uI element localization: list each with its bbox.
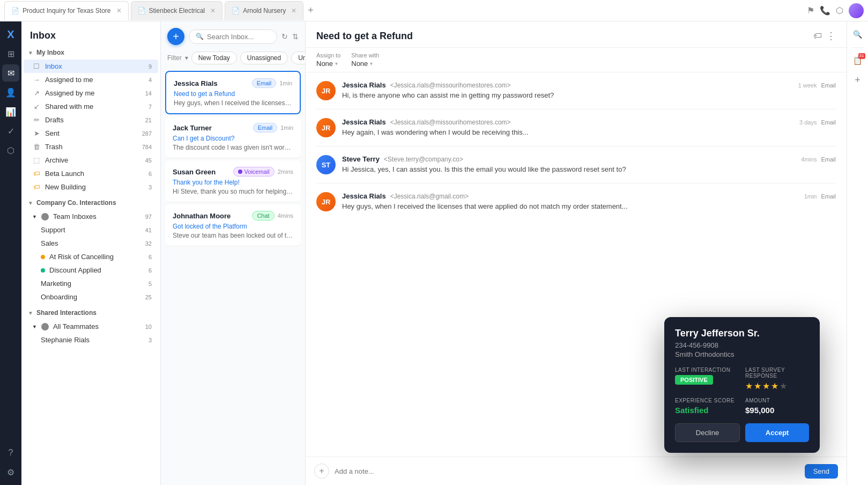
assign-to-group: Assign to None ▾ [316, 52, 340, 68]
message-1-time: 1 week [798, 82, 817, 89]
sidebar-item-beta-launch[interactable]: 🏷 Beta Launch 6 [24, 167, 158, 180]
sidebar-item-sales[interactable]: Sales 32 [24, 237, 158, 250]
sidebar-item-at-risk[interactable]: At Risk of Cancelling 6 [24, 250, 158, 263]
company-interactions-header[interactable]: ▼ Company Co. Interactions [21, 196, 160, 210]
beta-launch-count: 6 [149, 171, 152, 177]
tab-2[interactable]: 📄 Stienbeck Electrical ✕ [131, 1, 223, 20]
stephanie-label: Stephanie Rials [41, 336, 144, 344]
tab-3[interactable]: 📄 Arnold Nursery ✕ [225, 1, 303, 20]
drafts-count: 21 [145, 117, 152, 123]
sent-count: 287 [142, 130, 152, 137]
sidebar-item-discount[interactable]: Discount Applied 6 [24, 263, 158, 277]
nav-contacts[interactable]: 👤 [2, 84, 19, 101]
sidebar-item-onboarding[interactable]: Onboarding 25 [24, 290, 158, 304]
user-avatar[interactable] [849, 3, 864, 18]
inbox-item-4[interactable]: Johnathan Moore Chat 4mins Got locked of… [165, 204, 301, 246]
message-4-time: 1min [804, 193, 817, 200]
topbar-phone-icon[interactable]: 📞 [820, 5, 830, 16]
filter-label[interactable]: Filter [167, 54, 182, 62]
topbar-apps-icon[interactable]: ⬡ [836, 5, 843, 16]
sidebar-item-drafts[interactable]: ✏ Drafts 21 [24, 113, 158, 127]
right-plus-icon[interactable]: + [849, 71, 866, 89]
message-3-text: Hi Jessica, yes, I can assist you. Is th… [342, 165, 836, 173]
right-notifications-icon[interactable]: 📋 31 [849, 52, 866, 69]
popup-stars: ★ ★ ★ ★ ★ [745, 381, 809, 391]
popup-amount-group: AMOUNT $95,000 [745, 398, 809, 415]
inbox-item-3-subject: Thank you for the Help! [173, 179, 293, 186]
tab-1-icon: 📄 [11, 7, 19, 14]
compose-add-button[interactable]: + [314, 464, 329, 479]
tab-2-close[interactable]: ✕ [210, 7, 216, 14]
compose-button[interactable]: + [167, 28, 184, 45]
message-2-body: Jessica Rials <Jessica.rials@missourihom… [342, 118, 836, 136]
sidebar-item-inbox[interactable]: ☐ Inbox 9 [24, 60, 158, 73]
archive-icon: ⬚ [32, 156, 41, 164]
nav-settings[interactable]: ⚙ [2, 464, 19, 481]
shared-label: Shared Interactions [36, 309, 97, 317]
filter-chip-unreplied[interactable]: Unreplied [291, 52, 305, 64]
assign-to-dropdown[interactable]: None ▾ [316, 60, 340, 68]
tab-3-close[interactable]: ✕ [291, 7, 296, 14]
my-inbox-chevron: ▼ [28, 50, 33, 56]
inbox-item-2-time: 1min [280, 124, 293, 131]
trash-label: Trash [45, 143, 138, 151]
sidebar-item-all-teammates[interactable]: ▼ All Teammates 10 [24, 320, 158, 333]
sidebar-item-stephanie[interactable]: Stephanie Rials 3 [24, 333, 158, 347]
sidebar-item-sent[interactable]: ➤ Sent 287 [24, 127, 158, 140]
nav-home[interactable]: ⊞ [2, 45, 19, 62]
sidebar-item-marketing[interactable]: Marketing 5 [24, 277, 158, 290]
tab-1-close[interactable]: ✕ [116, 7, 122, 14]
popup-last-interaction: LAST INTERACTION POSITIVE [675, 367, 739, 391]
filter-chip-new-today[interactable]: New Today [191, 52, 237, 64]
sidebar-item-new-building[interactable]: 🏷 New Building 3 [24, 180, 158, 194]
assign-section: Assign to None ▾ Share with None ▾ [306, 48, 847, 72]
drafts-icon: ✏ [32, 116, 41, 124]
archive-count: 45 [145, 157, 152, 164]
team-inboxes-count: 97 [145, 214, 152, 220]
sidebar-item-assigned-to-me[interactable]: → Assigned to me 4 [24, 73, 158, 86]
sidebar-item-support[interactable]: Support 41 [24, 223, 158, 237]
shared-interactions-header[interactable]: ▼ Shared Interactions [21, 306, 160, 320]
team-inboxes-label: Team Inboxes [53, 212, 141, 221]
sidebar-item-team-inboxes[interactable]: ▼ Team Inboxes 97 [24, 210, 158, 223]
inbox-item-2[interactable]: Jack Turner Email 1min Can I get a Disco… [165, 116, 301, 158]
inbox-item-1[interactable]: Jessica Rials Email 1min Need to get a R… [165, 71, 301, 114]
share-with-dropdown[interactable]: None ▾ [351, 60, 379, 68]
topbar-flag-icon[interactable]: ⚑ [807, 5, 814, 16]
inbox-label: Inbox [45, 62, 144, 70]
nav-reports[interactable]: 📊 [2, 103, 19, 120]
search-icon: 🔍 [196, 33, 204, 40]
filter-chip-unassigned[interactable]: Unassigned [240, 52, 288, 64]
inbox-item-3[interactable]: Susan Green Voicemail 2mins Thank you fo… [165, 160, 301, 202]
right-search-icon[interactable]: 🔍 [849, 26, 866, 43]
my-inbox-header[interactable]: ▼ My Inbox [21, 46, 160, 60]
sidebar-item-archive[interactable]: ⬚ Archive 45 [24, 153, 158, 167]
nav-apps[interactable]: ⬡ [2, 142, 19, 159]
tag-icon[interactable]: 🏷 [813, 31, 822, 41]
sidebar-item-assigned-by-me[interactable]: ↗ Assigned by me 14 [24, 86, 158, 100]
new-building-label: New Building [45, 183, 144, 191]
share-with-value: None [351, 60, 368, 68]
nav-inbox[interactable]: ✉ [2, 64, 19, 82]
at-risk-tag-icon [41, 255, 45, 259]
message-1-text: Hi, is there anyone who can assist me in… [342, 91, 836, 99]
decline-button[interactable]: Decline [675, 423, 740, 442]
message-1-email: <Jessica.rials@missourihomestores.com> [390, 82, 511, 89]
sidebar: Inbox ▼ My Inbox ☐ Inbox 9 → Assigned to… [21, 21, 161, 485]
nav-tasks[interactable]: ✓ [2, 122, 19, 139]
sidebar-item-shared-with-me[interactable]: ↙ Shared with me 7 [24, 100, 158, 113]
more-options-icon[interactable]: ⋮ [826, 30, 836, 42]
popup-amount-value: $95,000 [745, 406, 809, 415]
compose-input[interactable] [335, 467, 799, 475]
sort-icon[interactable]: ⇅ [292, 32, 299, 41]
accept-button[interactable]: Accept [745, 423, 809, 442]
tab-1[interactable]: 📄 Product Inquiry for Texas Store ✕ [4, 1, 129, 20]
search-input[interactable] [207, 33, 270, 41]
sidebar-item-trash[interactable]: 🗑 Trash 784 [24, 140, 158, 153]
message-4-text: Hey guys, when I received the licenses t… [342, 202, 836, 210]
nav-help[interactable]: ? [2, 444, 19, 461]
refresh-icon[interactable]: ↻ [281, 32, 288, 41]
all-teammates-count: 10 [145, 324, 152, 330]
add-tab-button[interactable]: + [306, 3, 316, 18]
send-button[interactable]: Send [805, 464, 838, 479]
